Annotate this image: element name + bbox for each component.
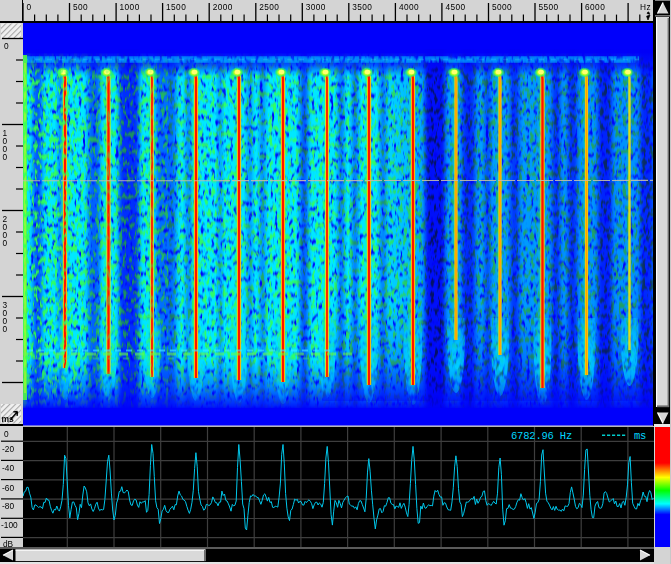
svg-text:3000: 3000 xyxy=(306,2,326,12)
svg-text:1500: 1500 xyxy=(166,2,186,12)
svg-text:0: 0 xyxy=(3,238,8,248)
svg-text:4500: 4500 xyxy=(445,2,465,12)
svg-text:ms: ms xyxy=(634,429,646,441)
svg-text:2000: 2000 xyxy=(213,2,233,12)
svg-text:5000: 5000 xyxy=(492,2,512,12)
svg-text:0: 0 xyxy=(3,324,8,334)
svg-text:0: 0 xyxy=(3,152,8,162)
svg-text:4000: 4000 xyxy=(399,2,419,12)
svg-text:5500: 5500 xyxy=(539,2,559,12)
svg-text:500: 500 xyxy=(73,2,88,12)
svg-text:0: 0 xyxy=(4,41,9,51)
svg-text:Hz: Hz xyxy=(640,2,651,12)
svg-text:3500: 3500 xyxy=(352,2,372,12)
svg-text:0: 0 xyxy=(4,428,9,438)
svg-text:-100: -100 xyxy=(1,520,18,530)
svg-text:6000: 6000 xyxy=(585,2,605,12)
svg-text:2500: 2500 xyxy=(259,2,279,12)
svg-text:ms: ms xyxy=(2,414,15,424)
svg-text:-20: -20 xyxy=(2,443,14,453)
svg-text:1000: 1000 xyxy=(120,2,140,12)
svg-text:-80: -80 xyxy=(2,501,14,511)
svg-text:0: 0 xyxy=(27,2,32,12)
svg-text:6782.96 Hz: 6782.96 Hz xyxy=(511,429,572,441)
svg-text:-40: -40 xyxy=(2,462,14,472)
svg-text:-60: -60 xyxy=(2,482,14,492)
